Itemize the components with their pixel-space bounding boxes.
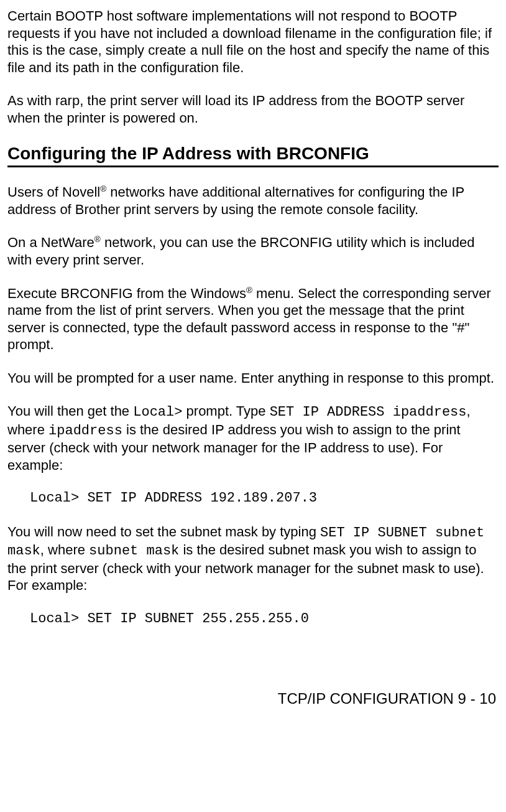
text-segment: You will then get the [7, 403, 133, 419]
paragraph-netware: On a NetWare® network, you can use the B… [7, 234, 499, 268]
code-inline: subnet mask [89, 543, 179, 559]
code-inline: SET IP ADDRESS ipaddress [270, 404, 467, 420]
text-segment: Users of Novell [7, 184, 100, 200]
text-segment: prompt. Type [182, 403, 269, 419]
paragraph-username: You will be prompted for a user name. En… [7, 370, 499, 387]
registered-symbol: ® [100, 184, 106, 194]
page-footer: TCP/IP CONFIGURATION 9 - 10 [7, 689, 499, 708]
section-heading: Configuring the IP Address with BRCONFIG [7, 142, 499, 164]
paragraph-bootp-2: As with rarp, the print server will load… [7, 92, 499, 126]
code-example-ip: Local> SET IP ADDRESS 192.189.207.3 [7, 490, 499, 507]
paragraph-brconfig-execute: Execute BRCONFIG from the Windows® menu.… [7, 285, 499, 353]
text-segment: , where [40, 542, 89, 558]
heading-rule [7, 166, 499, 167]
paragraph-novell: Users of Novell® networks have additiona… [7, 184, 499, 218]
text-segment: Execute BRCONFIG from the Windows [7, 286, 246, 301]
text-segment: On a NetWare [7, 235, 94, 251]
paragraph-set-subnet: You will now need to set the subnet mask… [7, 523, 499, 594]
code-inline: ipaddress [48, 423, 122, 439]
code-example-subnet: Local> SET IP SUBNET 255.255.255.0 [7, 610, 499, 628]
registered-symbol: ® [246, 286, 252, 295]
text-segment: You will now need to set the subnet mask… [7, 524, 320, 539]
paragraph-set-ip: You will then get the Local> prompt. Typ… [7, 403, 499, 474]
registered-symbol: ® [94, 235, 101, 244]
code-inline: Local> [133, 404, 182, 420]
paragraph-bootp-1: Certain BOOTP host software implementati… [7, 7, 499, 76]
